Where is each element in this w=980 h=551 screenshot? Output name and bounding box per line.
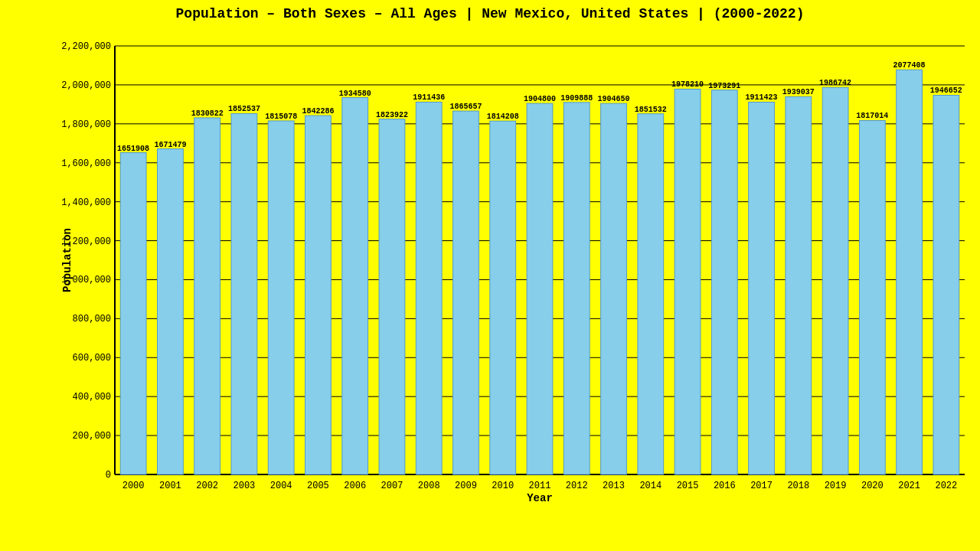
svg-text:1934580: 1934580 [339,90,371,98]
svg-text:Population: Population [61,228,74,292]
svg-text:1,400,000: 1,400,000 [61,197,111,208]
svg-text:1651908: 1651908 [117,145,149,153]
svg-text:2020: 2020 [861,481,884,491]
svg-rect-32 [194,118,220,474]
svg-text:800,000: 800,000 [73,314,111,324]
svg-text:1671479: 1671479 [154,141,186,149]
svg-text:1904650: 1904650 [598,95,630,103]
svg-text:2022: 2022 [935,481,957,491]
svg-rect-68 [638,114,664,474]
svg-rect-89 [897,70,923,474]
svg-text:1909888: 1909888 [560,94,593,103]
svg-rect-44 [342,98,368,474]
svg-text:1978210: 1978210 [671,80,704,89]
svg-rect-92 [933,95,959,474]
svg-text:1830822: 1830822 [191,109,224,118]
svg-rect-38 [268,121,294,474]
svg-rect-65 [601,103,627,474]
svg-text:1815078: 1815078 [265,112,297,121]
svg-text:0: 0 [106,470,111,481]
bar-chart: 0200,000400,000600,000800,0001,000,0001,… [61,31,972,505]
svg-text:1,800,000: 1,800,000 [61,119,111,130]
svg-text:2011: 2011 [529,481,551,491]
svg-rect-77 [749,102,775,474]
svg-text:2014: 2014 [639,481,662,491]
svg-text:2021: 2021 [898,481,920,491]
svg-text:2008: 2008 [418,481,440,491]
svg-text:1939037: 1939037 [782,88,815,96]
svg-text:2,200,000: 2,200,000 [61,41,111,52]
svg-text:1946652: 1946652 [930,86,962,95]
svg-text:2017: 2017 [750,481,773,491]
svg-rect-41 [305,116,332,474]
svg-text:1842286: 1842286 [302,107,334,116]
svg-text:1973291: 1973291 [708,82,740,90]
svg-text:2006: 2006 [344,481,366,491]
svg-text:2016: 2016 [714,481,736,491]
svg-text:1865657: 1865657 [449,103,482,111]
svg-text:2005: 2005 [307,481,329,491]
svg-rect-26 [120,153,146,474]
svg-text:2013: 2013 [603,481,625,491]
chart-area: 0200,000400,000600,000800,0001,000,0001,… [61,31,972,505]
svg-rect-83 [822,87,848,474]
svg-text:2015: 2015 [677,481,699,491]
svg-text:2018: 2018 [787,481,809,491]
svg-text:1823922: 1823922 [376,111,408,119]
svg-text:1851532: 1851532 [635,106,667,114]
svg-text:2,000,000: 2,000,000 [61,80,111,91]
svg-text:2012: 2012 [566,481,588,491]
svg-text:200,000: 200,000 [73,431,111,442]
chart-container: Population – Both Sexes – All Ages | New… [0,0,980,551]
svg-rect-47 [379,119,405,474]
svg-text:1852537: 1852537 [228,105,260,113]
svg-text:1986742: 1986742 [819,79,851,87]
svg-text:2077408: 2077408 [893,61,926,70]
svg-rect-35 [231,113,257,474]
svg-text:1817014: 1817014 [856,112,888,120]
svg-text:2010: 2010 [492,481,514,491]
svg-rect-29 [158,149,184,474]
svg-rect-62 [564,103,590,474]
svg-text:600,000: 600,000 [73,353,111,364]
svg-rect-59 [527,103,553,474]
svg-rect-56 [490,121,516,474]
svg-text:1911423: 1911423 [746,93,778,102]
svg-rect-71 [675,89,701,474]
svg-rect-50 [416,102,442,474]
svg-text:1814208: 1814208 [487,112,519,121]
svg-text:2004: 2004 [270,481,292,491]
svg-text:Year: Year [527,492,553,504]
svg-text:2007: 2007 [381,481,403,491]
svg-rect-86 [859,120,885,474]
svg-text:1911436: 1911436 [413,93,445,102]
svg-text:1904800: 1904800 [524,95,556,103]
svg-text:2001: 2001 [159,481,181,491]
svg-rect-74 [711,90,737,474]
svg-text:1,600,000: 1,600,000 [61,158,111,169]
svg-text:2009: 2009 [455,481,477,491]
svg-text:2019: 2019 [825,481,847,491]
svg-text:2002: 2002 [196,481,218,491]
svg-rect-53 [453,111,479,474]
svg-text:2000: 2000 [122,481,145,491]
svg-text:400,000: 400,000 [73,392,111,403]
svg-text:2003: 2003 [234,481,256,491]
svg-rect-80 [786,96,812,474]
chart-title: Population – Both Sexes – All Ages | New… [0,0,980,21]
